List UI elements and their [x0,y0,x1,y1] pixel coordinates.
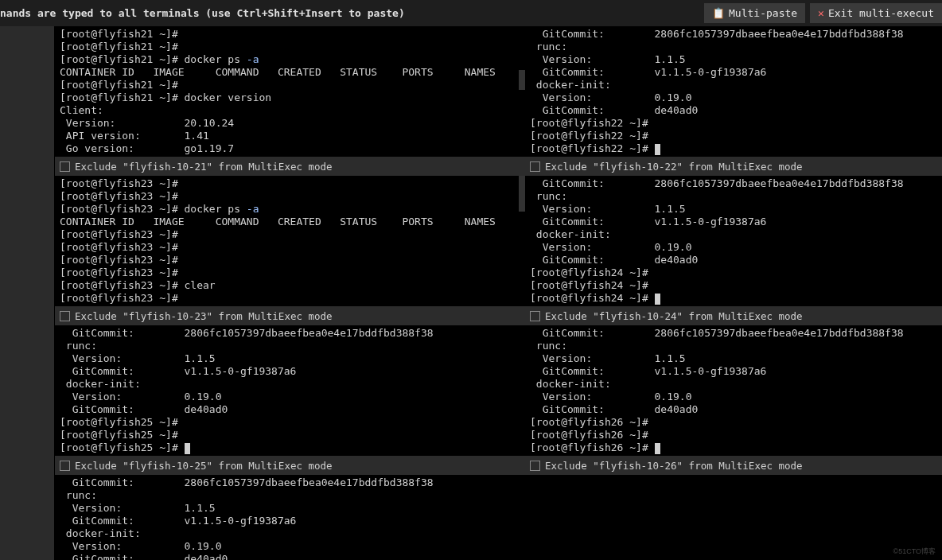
exclude-bar: Exclude "flyfish-10-26" from MultiExec m… [525,456,942,475]
cursor-icon [655,294,660,305]
terminal-line: CONTAINER ID IMAGE COMMAND CREATED STATU… [60,216,520,228]
multiexec-message: nands are typed to all terminals (use Ct… [0,7,704,19]
terminal-line: [root@flyfish26 ~]# [530,416,942,429]
terminal-line: docker-init: [60,527,520,540]
terminal-output[interactable]: GitCommit: 2806fc1057397dbaeefbea0e4e17b… [525,26,942,157]
terminal-output[interactable]: GitCommit: 2806fc1057397dbaeefbea0e4e17b… [55,475,525,560]
exit-multi-exec-label: Exit multi-execut [828,7,934,19]
terminal-line: [root@flyfish21 ~]# [60,79,520,91]
terminal-line: Version: 0.19.0 [530,241,942,254]
terminal-line: [root@flyfish23 ~]# [60,241,520,254]
terminal-line: [root@flyfish26 ~]# [530,441,942,454]
terminal-line: [root@flyfish21 ~]# docker ps -a [60,53,520,66]
terminal-line: GitCommit: 2806fc1057397dbaeefbea0e4e17b… [60,476,520,489]
terminal-line: [root@flyfish23 ~]# [60,266,520,279]
terminal-line: [root@flyfish23 ~]# [60,190,520,203]
terminal-line: GitCommit: v1.1.5-0-gf19387a6 [530,365,942,378]
terminal-line: Version: 1.1.5 [60,352,520,365]
exclude-checkbox[interactable] [530,461,540,471]
exclude-checkbox[interactable] [530,311,540,321]
exclude-bar: Exclude "flyfish-10-23" from MultiExec m… [55,306,525,325]
terminal-line: docker-init: [530,79,942,91]
terminal-line: GitCommit: v1.1.5-0-gf19387a6 [530,216,942,228]
terminal-line: [root@flyfish22 ~]# [530,142,942,155]
terminal-line: [root@flyfish21 ~]# [60,41,520,53]
terminal-pane-26: GitCommit: 2806fc1057397dbaeefbea0e4e17b… [525,325,942,475]
terminal-line: [root@flyfish25 ~]# [60,441,520,454]
terminal-output[interactable]: GitCommit: 2806fc1057397dbaeefbea0e4e17b… [525,176,942,306]
terminal-line: [root@flyfish26 ~]# [530,429,942,441]
terminal-line: runc: [60,340,520,352]
terminal-line: [root@flyfish23 ~]# clear [60,279,520,292]
exclude-label: Exclude "flyfish-10-24" from MultiExec m… [545,310,803,322]
exclude-label: Exclude "flyfish-10-22" from MultiExec m… [545,161,803,173]
exclude-bar: Exclude "flyfish-10-24" from MultiExec m… [525,306,942,325]
terminal-line: docker-init: [530,228,942,241]
terminal-line: runc: [530,41,942,53]
exclude-bar: Exclude "flyfish-10-22" from MultiExec m… [525,157,942,176]
terminal-line: GitCommit: 2806fc1057397dbaeefbea0e4e17b… [530,327,942,340]
paste-icon: 📋 [712,7,725,19]
scrollbar-thumb[interactable] [519,176,525,212]
terminal-output[interactable]: GitCommit: 2806fc1057397dbaeefbea0e4e17b… [55,325,525,456]
terminal-output[interactable]: GitCommit: 2806fc1057397dbaeefbea0e4e17b… [525,325,942,456]
exclude-checkbox[interactable] [60,161,70,172]
exclude-checkbox[interactable] [530,161,540,172]
exclude-bar: Exclude "flyfish-10-25" from MultiExec m… [55,456,525,475]
terminal-line: Version: 0.19.0 [530,391,942,403]
top-bar: nands are typed to all terminals (use Ct… [0,0,942,26]
terminal-line: Version: 20.10.24 [60,117,520,130]
terminal-line: CONTAINER ID IMAGE COMMAND CREATED STATU… [60,66,520,79]
exclude-checkbox[interactable] [60,461,70,471]
terminal-line: Version: 1.1.5 [60,502,520,515]
cursor-icon [185,443,190,454]
terminal-line: [root@flyfish25 ~]# [60,429,520,441]
terminal-line: runc: [530,340,942,352]
exclude-label: Exclude "flyfish-10-25" from MultiExec m… [75,460,333,472]
terminal-line: [root@flyfish23 ~]# [60,292,520,305]
terminal-line: Version: 1.1.5 [530,352,942,365]
left-tab-strip[interactable] [0,26,54,560]
watermark: ©51CTO博客 [893,546,936,557]
terminal-line: [root@flyfish21 ~]# [60,28,520,41]
terminal-line: GitCommit: 2806fc1057397dbaeefbea0e4e17b… [530,28,942,41]
terminal-pane-22: GitCommit: 2806fc1057397dbaeefbea0e4e17b… [525,26,942,176]
exclude-checkbox[interactable] [60,311,70,321]
top-bar-actions: 📋 Multi-paste ✕ Exit multi-execut [704,3,942,23]
terminal-line: [root@flyfish23 ~]# [60,177,520,190]
terminal-line: GitCommit: 2806fc1057397dbaeefbea0e4e17b… [530,177,942,190]
terminal-line: Go version: go1.19.7 [60,142,520,155]
terminal-line: [root@flyfish23 ~]# docker ps -a [60,203,520,216]
terminal-pane-27: GitCommit: 2806fc1057397dbaeefbea0e4e17b… [54,475,525,560]
terminal-line: [root@flyfish25 ~]# [60,416,520,429]
cursor-icon [655,144,660,155]
terminal-line: GitCommit: de40ad0 [60,403,520,416]
terminal-output[interactable]: [root@flyfish21 ~]#[root@flyfish21 ~]#[r… [55,26,525,157]
exit-multi-exec-button[interactable]: ✕ Exit multi-execut [810,3,942,23]
terminal-line: API version: 1.41 [60,130,520,142]
terminal-line: [root@flyfish21 ~]# docker version [60,91,520,104]
terminal-line: Version: 0.19.0 [530,91,942,104]
terminal-line: GitCommit: de40ad0 [530,104,942,117]
terminal-line: runc: [530,190,942,203]
terminal-grid: [root@flyfish21 ~]#[root@flyfish21 ~]#[r… [54,26,942,560]
terminal-pane-21: [root@flyfish21 ~]#[root@flyfish21 ~]#[r… [54,26,525,176]
multi-paste-label: Multi-paste [729,7,797,19]
terminal-line: GitCommit: de40ad0 [60,553,520,560]
scrollbar-thumb[interactable] [519,70,525,90]
terminal-output[interactable]: [root@flyfish23 ~]#[root@flyfish23 ~]#[r… [55,176,525,306]
terminal-pane-25: GitCommit: 2806fc1057397dbaeefbea0e4e17b… [54,325,525,475]
multi-paste-button[interactable]: 📋 Multi-paste [704,3,805,23]
terminal-line: GitCommit: 2806fc1057397dbaeefbea0e4e17b… [60,327,520,340]
terminal-line: [root@flyfish24 ~]# [530,279,942,292]
terminal-pane-23: [root@flyfish23 ~]#[root@flyfish23 ~]#[r… [54,176,525,325]
terminal-line: runc: [60,489,520,502]
terminal-line: GitCommit: de40ad0 [530,254,942,266]
exclude-label: Exclude "flyfish-10-21" from MultiExec m… [75,161,333,173]
exclude-bar: Exclude "flyfish-10-21" from MultiExec m… [55,157,525,176]
terminal-pane-empty [525,475,942,560]
terminal-line: Version: 1.1.5 [530,203,942,216]
terminal-line: [root@flyfish22 ~]# [530,117,942,130]
exclude-label: Exclude "flyfish-10-23" from MultiExec m… [75,310,333,322]
terminal-line: Version: 1.1.5 [530,53,942,66]
